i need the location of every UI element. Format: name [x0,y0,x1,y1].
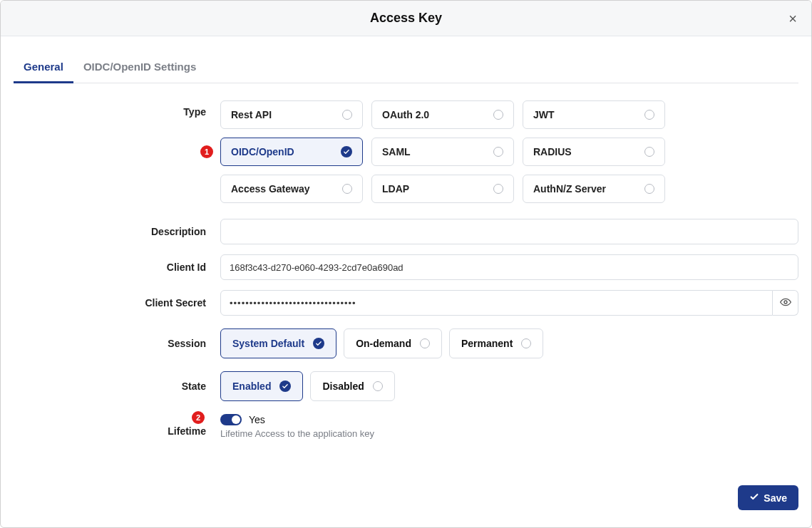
client-secret-group [220,290,798,316]
modal-body: General OIDC/OpenID Settings 1 Type Rest… [1,36,811,480]
type-option-label: LDAP [382,183,409,195]
type-option-label: Rest API [231,109,272,120]
type-option-ldap[interactable]: LDAP [371,175,514,203]
session-option-label: System Default [232,338,304,349]
state-option-label: Disabled [322,381,364,392]
label-client-secret: Client Secret [14,297,220,309]
modal-header: Access Key × [1,1,811,36]
step-badge-1: 1 [200,145,213,158]
type-option-label: Access Gateway [231,183,310,195]
row-description: Description [14,219,798,244]
radio-off-icon [342,110,352,120]
type-option-saml[interactable]: SAML [371,138,514,166]
radio-off-icon [644,184,654,194]
radio-off-icon [644,147,654,157]
type-option-grid: Rest API OAuth 2.0 JWT OIDC/OpenID [220,100,798,203]
type-option-jwt[interactable]: JWT [523,100,665,129]
label-state: State [14,381,220,392]
lifetime-toggle[interactable] [220,414,242,425]
type-option-radius[interactable]: RADIUS [523,138,665,166]
save-button[interactable]: Save [738,485,798,510]
check-icon [749,492,759,504]
label-lifetime: Lifetime [168,425,206,437]
type-option-authnz[interactable]: AuthN/Z Server [523,175,665,203]
state-options: Enabled Disabled [220,371,798,401]
radio-on-icon [313,338,324,349]
description-input[interactable] [220,219,798,244]
type-option-label: SAML [382,146,411,157]
radio-off-icon [521,338,531,348]
lifetime-helper: Lifetime Access to the application key [220,428,798,439]
label-client-id: Client Id [14,262,220,273]
step-badge-2: 2 [192,411,205,424]
lifetime-value: Yes [249,414,265,425]
type-option-access-gateway[interactable]: Access Gateway [220,175,363,203]
type-option-rest-api[interactable]: Rest API [220,100,363,129]
state-option-disabled[interactable]: Disabled [310,371,394,401]
type-option-label: OIDC/OpenID [231,146,294,157]
session-options: System Default On-demand Permanent [220,328,798,358]
state-option-enabled[interactable]: Enabled [220,371,303,401]
type-option-label: JWT [533,109,555,120]
row-client-secret: Client Secret [14,290,798,316]
session-option-label: On-demand [356,338,411,349]
eye-icon [780,296,791,310]
type-option-label: OAuth 2.0 [382,109,429,120]
tab-oidc-settings[interactable]: OIDC/OpenID Settings [73,53,206,83]
modal-footer: Save [1,480,811,527]
type-option-label: AuthN/Z Server [533,183,606,195]
radio-off-icon [373,381,383,391]
session-option-permanent[interactable]: Permanent [449,328,543,358]
tabs: General OIDC/OpenID Settings [14,53,798,83]
radio-off-icon [342,184,352,194]
radio-off-icon [644,110,654,120]
radio-off-icon [493,184,503,194]
save-button-label: Save [764,492,787,504]
type-option-label: RADIUS [533,146,572,157]
row-state: State Enabled Disabled [14,371,798,401]
label-description: Description [14,226,220,237]
label-session: Session [14,338,220,349]
lifetime-toggle-row: Yes [220,414,798,425]
close-button[interactable]: × [783,9,803,29]
row-client-id: Client Id [14,254,798,280]
radio-off-icon [493,147,503,157]
label-type: Type [14,100,220,118]
close-icon: × [788,11,797,26]
row-session: Session System Default On-demand [14,328,798,358]
access-key-modal: Access Key × General OIDC/OpenID Setting… [0,0,812,528]
session-option-on-demand[interactable]: On-demand [344,328,442,358]
state-option-label: Enabled [232,381,271,392]
type-option-oauth2[interactable]: OAuth 2.0 [371,100,514,129]
session-option-label: Permanent [461,338,513,349]
radio-on-icon [341,146,352,157]
client-id-input[interactable] [220,254,798,280]
label-lifetime-col: 2 Lifetime [14,414,220,437]
radio-off-icon [420,338,430,348]
svg-point-0 [784,301,787,304]
radio-off-icon [493,110,503,120]
form-area: 1 Type Rest API OAuth 2.0 JWT [14,100,798,449]
reveal-secret-button[interactable] [773,290,798,316]
modal-title: Access Key [370,11,442,26]
row-type: 1 Type Rest API OAuth 2.0 JWT [14,100,798,203]
session-option-system-default[interactable]: System Default [220,328,336,358]
type-option-oidc[interactable]: OIDC/OpenID [220,138,363,166]
radio-on-icon [279,381,291,392]
row-lifetime: 2 Lifetime Yes Lifetime Access to the ap… [14,414,798,439]
tab-general[interactable]: General [14,53,73,83]
client-secret-input[interactable] [220,290,773,316]
